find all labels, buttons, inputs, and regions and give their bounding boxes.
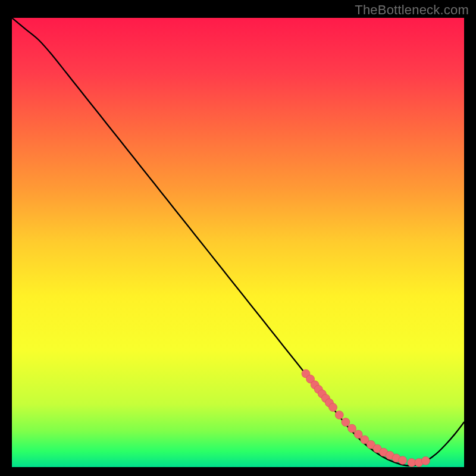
- marker-point: [335, 411, 343, 419]
- marker-point: [421, 456, 430, 465]
- watermark-text: TheBottleneck.com: [355, 2, 469, 18]
- gradient-background: [12, 18, 464, 467]
- chart-svg: [12, 18, 464, 467]
- chart-container: TheBottleneck.com: [0, 0, 476, 476]
- marker-point: [399, 456, 407, 465]
- marker-point: [342, 418, 350, 427]
- marker-point: [329, 403, 337, 412]
- marker-point: [348, 424, 356, 433]
- plot-area: [12, 18, 464, 467]
